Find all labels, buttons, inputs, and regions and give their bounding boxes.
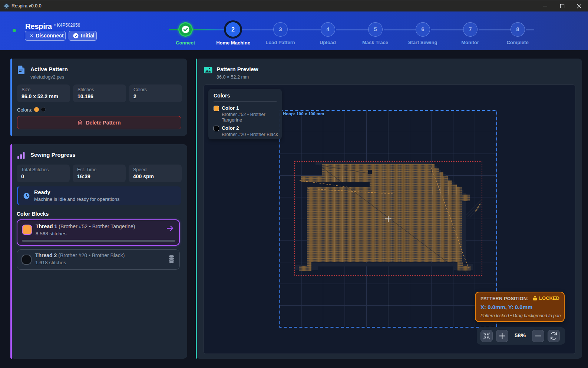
svg-text:Hoop: 100 x 100 mm: Hoop: 100 x 100 mm xyxy=(283,112,324,116)
